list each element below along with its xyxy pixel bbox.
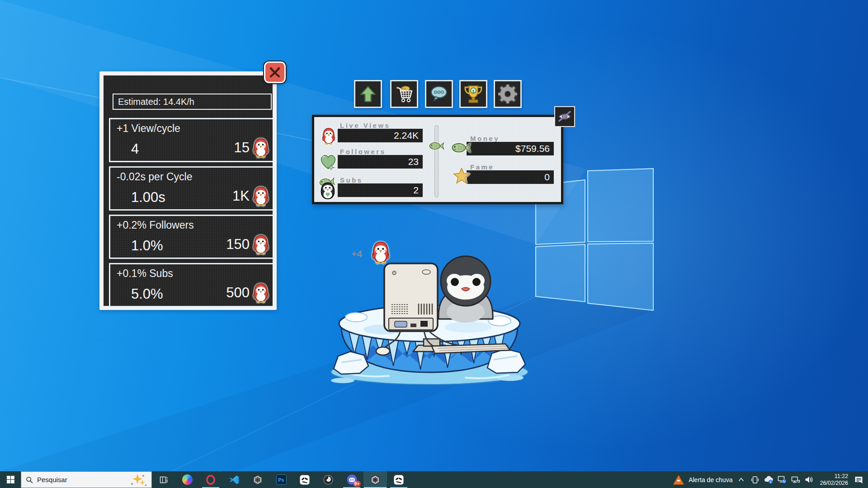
- achievements-button[interactable]: 1: [459, 80, 487, 108]
- up-arrow-icon: [358, 84, 378, 104]
- penguin-character[interactable]: [439, 256, 493, 323]
- live-views-bar: 2.24K: [338, 129, 423, 142]
- start-button[interactable]: [0, 471, 21, 488]
- taskbar-app-unity-game-active[interactable]: [363, 471, 387, 488]
- upgrade-cost-value: 1K: [232, 188, 250, 204]
- upgrade-views-button[interactable]: +1 View/cycle 4 15: [109, 118, 275, 162]
- tray-expand-button[interactable]: [736, 474, 746, 485]
- desktop-screen: +4 Estimated: 14.4K/h +1 View/cycle 4 15…: [0, 0, 868, 488]
- upgrade-label: +0.1% Subs: [117, 267, 173, 280]
- settings-button[interactable]: [494, 80, 522, 108]
- shopping-cart-icon: [394, 84, 414, 104]
- weather-alert-text[interactable]: Alerta de chuva: [689, 476, 732, 483]
- upgrade-current-value: 1.00s: [131, 189, 165, 206]
- svg-text:☂: ☂: [676, 479, 681, 484]
- discord-notification-badge: 9+: [353, 481, 361, 487]
- clock-date: 26/02/2026: [820, 480, 848, 486]
- estimated-rate-label: Estimated: 14.4K/h: [118, 97, 194, 107]
- taskbar-app-capcut-window[interactable]: [387, 471, 410, 488]
- shop-button[interactable]: [390, 80, 418, 108]
- upgrade-cost: 15: [234, 137, 270, 158]
- ice-rock-right: [487, 349, 525, 373]
- eye-slash-icon: [557, 110, 572, 123]
- upgrade-current-value: 1.0%: [131, 238, 163, 254]
- taskbar-app-photoshop[interactable]: Ps: [269, 471, 293, 488]
- upgrade-cost-value: 15: [234, 140, 250, 156]
- upgrade-cost: 1K: [232, 186, 270, 206]
- upgrade-followers-button[interactable]: +0.2% Followers 1.0% 150: [109, 215, 275, 259]
- volume-icon: [805, 476, 813, 483]
- red-penguin-sticker: [370, 240, 392, 264]
- svg-text:↻: ↻: [783, 479, 785, 483]
- cast-icon: [751, 475, 759, 484]
- taskbar-app-obs[interactable]: [316, 471, 340, 488]
- followers-bar: 23: [338, 155, 423, 169]
- taskbar-app-discord[interactable]: 9+: [340, 471, 363, 488]
- task-view-button[interactable]: [152, 471, 175, 488]
- view-gain-popup: +4: [351, 249, 362, 259]
- gold-star-icon: [453, 167, 471, 185]
- taskbar-app-capcut[interactable]: [293, 471, 316, 488]
- upgrade-panel: Estimated: 14.4K/h +1 View/cycle 4 15 -0…: [99, 71, 277, 310]
- upgrade-cost-value: 150: [226, 236, 250, 253]
- network-icon: [791, 476, 800, 484]
- rain-alert-icon: ☂: [673, 474, 684, 485]
- green-fish-icon: [451, 141, 472, 154]
- tray-onedrive-button[interactable]: i: [764, 474, 773, 485]
- clock-time: 11:22: [835, 473, 848, 479]
- fame-label: Fame: [470, 163, 494, 171]
- taskbar-clock[interactable]: 11:22 26/02/2026: [818, 473, 850, 487]
- upgrade-label: +0.2% Followers: [117, 219, 194, 231]
- taskbar-app-vscode[interactable]: [222, 471, 246, 488]
- estimated-rate: Estimated: 14.4K/h: [113, 94, 272, 110]
- copilot-sparkle-icon: [130, 473, 147, 487]
- taskbar-app-copilot[interactable]: [175, 471, 199, 488]
- red-penguin-currency-icon: [251, 234, 270, 255]
- chat-bubble-icon: [429, 84, 449, 104]
- action-center-button[interactable]: [854, 474, 863, 485]
- tray-volume-button[interactable]: [804, 474, 814, 485]
- fish-slider-handle[interactable]: [429, 141, 445, 151]
- sync-icon: ↻: [778, 475, 787, 484]
- red-penguin-currency-icon: [251, 186, 270, 206]
- capcut-icon: [393, 474, 404, 485]
- upgrade-current-value: 4: [131, 141, 139, 157]
- tray-network-button[interactable]: [791, 474, 800, 485]
- unity-icon: [370, 474, 381, 485]
- upgrade-cost-value: 500: [226, 285, 250, 301]
- upgrades-menu-button[interactable]: [354, 80, 382, 108]
- upgrade-label: -0.02s per Cycle: [117, 171, 192, 183]
- trophy-rank-number: 1: [472, 89, 474, 94]
- money-label: Money: [470, 135, 500, 142]
- close-upgrade-panel-button[interactable]: [264, 61, 286, 83]
- red-penguin-currency-icon: [251, 137, 270, 158]
- computer-mouse: [376, 347, 390, 355]
- stats-panel: Live Views 2.24K Followers 23 Subs 2: [312, 115, 563, 204]
- search-box[interactable]: Pesquisar: [21, 471, 152, 488]
- windows-logo-icon: [7, 476, 14, 483]
- capcut-icon: [299, 474, 310, 485]
- fame-bar: 0: [467, 170, 554, 184]
- red-penguin-currency-icon: [251, 282, 270, 303]
- gear-icon: [498, 84, 517, 103]
- system-tray: ☂ Alerta de chuva i: [673, 471, 868, 488]
- penguin-streamer-scene[interactable]: [316, 238, 542, 387]
- ice-rock-left: [334, 352, 368, 374]
- upgrade-cycle-button[interactable]: -0.02s per Cycle 1.00s 1K: [109, 166, 275, 211]
- upgrade-subs-button[interactable]: +0.1% Subs 5.0% 500: [109, 263, 275, 307]
- upgrade-current-value: 5.0%: [131, 286, 163, 302]
- tray-update-button[interactable]: ↻: [777, 474, 787, 485]
- tray-cast-button[interactable]: [750, 474, 760, 485]
- panel-scale-slider-track[interactable]: [434, 125, 439, 197]
- photoshop-icon: Ps: [276, 474, 287, 485]
- photoshop-glyph: Ps: [278, 477, 284, 483]
- taskbar-app-unity[interactable]: [246, 471, 269, 488]
- task-view-icon: [159, 475, 168, 484]
- chat-button[interactable]: [425, 80, 453, 108]
- taskbar-app-opera-gx[interactable]: [199, 471, 222, 488]
- magnifier-icon: [26, 476, 33, 483]
- hide-stats-button[interactable]: [554, 106, 575, 127]
- penguin-with-fish-icon: [317, 177, 339, 200]
- search-placeholder: Pesquisar: [37, 476, 126, 483]
- weather-alert-button[interactable]: ☂: [673, 474, 684, 485]
